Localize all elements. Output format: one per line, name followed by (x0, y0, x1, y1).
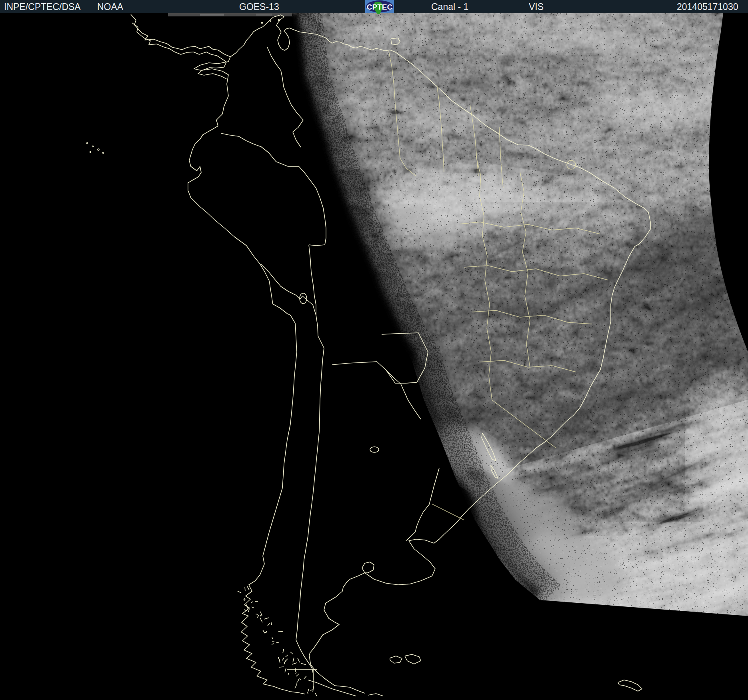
svg-text:CPTEC: CPTEC (367, 3, 393, 11)
svg-text:201405171030: 201405171030 (677, 2, 738, 12)
svg-text:GOES-13: GOES-13 (239, 2, 279, 12)
svg-text:NOAA: NOAA (97, 2, 124, 12)
svg-text:VIS: VIS (529, 2, 544, 12)
svg-text:Canal - 1: Canal - 1 (431, 2, 468, 12)
svg-text:INPE/CPTEC/DSA: INPE/CPTEC/DSA (4, 2, 81, 12)
